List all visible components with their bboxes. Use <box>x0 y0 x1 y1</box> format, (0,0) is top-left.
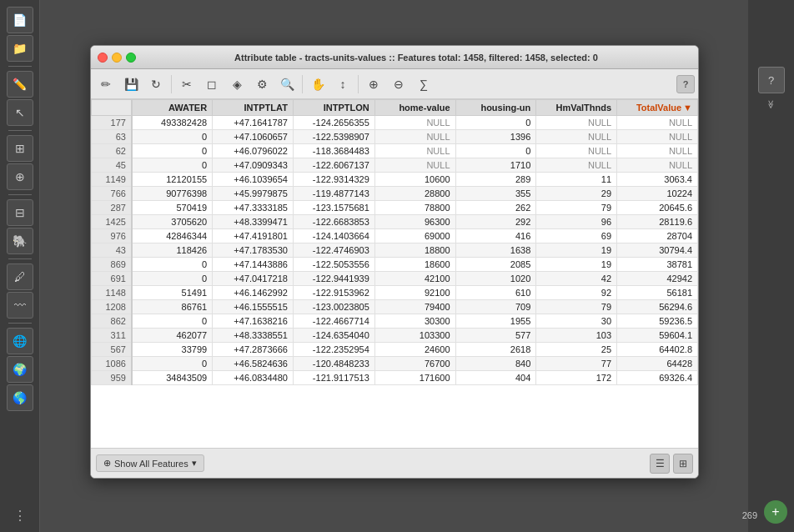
cell-intptlat: +47.1060657 <box>213 130 294 144</box>
cell-id: 311 <box>92 329 132 343</box>
select-all-button[interactable]: ◻ <box>200 73 224 96</box>
cell-hmvalthnds: 92 <box>536 286 617 300</box>
table-row: 766 90776398 +45.9979875 -119.4877143 28… <box>92 187 698 201</box>
col-header-id[interactable] <box>92 100 132 116</box>
table-view-button[interactable]: ☰ <box>650 454 670 474</box>
table-container[interactable]: AWATER INTPTLAT INTPTLON home-value hous… <box>91 99 698 448</box>
delete-field-button[interactable]: ⊖ <box>387 73 410 96</box>
cell-intptlon: -122.6067137 <box>293 158 374 173</box>
sidebar-btn-elephant[interactable]: 🐘 <box>7 228 33 254</box>
col-header-homevalue[interactable]: home-value <box>374 100 455 116</box>
col-header-hmvalthnds[interactable]: HmValThnds <box>536 100 617 116</box>
sidebar-btn-brush[interactable]: 🖊 <box>7 263 33 290</box>
sidebar-btn-file[interactable]: 📄 <box>7 7 33 33</box>
invert-selection-button[interactable]: ◈ <box>225 73 249 96</box>
cell-awater: 0 <box>132 158 213 173</box>
cell-intptlat: +46.0796022 <box>213 144 294 158</box>
cell-hmvalthnds: 77 <box>536 357 617 371</box>
cell-homevalue: 28800 <box>374 187 455 201</box>
sidebar-btn-grid[interactable]: ⊟ <box>7 199 33 226</box>
title-bar: Attribute table - tracts-units-values ::… <box>91 46 698 69</box>
toggle-editing-button[interactable]: ✏ <box>94 73 118 96</box>
sidebar-btn-edit[interactable]: ✏️ <box>7 71 33 98</box>
cell-housinguni: 289 <box>455 173 536 187</box>
col-header-intptlat[interactable]: INTPTLAT <box>213 100 294 116</box>
select-features-button[interactable]: ✂ <box>175 73 198 96</box>
toolbar-separator-1 <box>171 75 172 93</box>
page-count: 269 <box>742 510 757 520</box>
save-edits-button[interactable]: 💾 <box>119 73 143 96</box>
cell-hmvalthnds: NULL <box>536 130 617 144</box>
maximize-button[interactable] <box>126 53 136 63</box>
filter-button[interactable]: ⚙ <box>250 73 274 96</box>
sidebar-divider-1 <box>8 66 32 67</box>
table-row: 1149 12120155 +46.1039654 -122.9314329 1… <box>92 173 698 187</box>
cell-intptlon: -122.2352954 <box>293 343 374 357</box>
cell-intptlat: +47.0417218 <box>213 272 294 286</box>
sidebar-btn-globe3[interactable]: 🌎 <box>7 384 33 411</box>
table-row: 1086 0 +46.5824636 -120.4848233 76700 84… <box>92 357 698 371</box>
move-selection-button[interactable]: ↕ <box>331 73 354 96</box>
sidebar-btn-cursor[interactable]: ↖ <box>7 99 33 126</box>
table-row: 311 462077 +48.3338551 -124.6354040 1033… <box>92 329 698 343</box>
cell-intptlon: -122.9153962 <box>293 286 374 300</box>
sidebar-btn-add-layer[interactable]: ⊕ <box>7 163 33 190</box>
col-header-housinguni[interactable]: housing-un <box>455 100 536 116</box>
cell-intptlat: +47.1783530 <box>213 243 294 258</box>
cell-homevalue: 76700 <box>374 357 455 371</box>
cell-awater: 86761 <box>132 300 213 314</box>
cell-id: 287 <box>92 201 132 215</box>
pan-map-button[interactable]: ✋ <box>306 73 329 96</box>
cell-awater: 570419 <box>132 201 213 215</box>
cell-housinguni: 709 <box>455 300 536 314</box>
sidebar-btn-wave[interactable]: 〰 <box>7 292 33 319</box>
cell-housinguni: 0 <box>455 116 536 130</box>
cell-id: 862 <box>92 314 132 329</box>
grid-view-button[interactable]: ⊞ <box>673 454 693 474</box>
sidebar-btn-globe2[interactable]: 🌍 <box>7 356 33 383</box>
sidebar-btn-layers[interactable]: ⊞ <box>7 135 33 162</box>
right-panel-btn-1[interactable]: ? <box>758 67 785 93</box>
add-feature-button[interactable]: + <box>764 500 787 524</box>
cell-intptlat: +46.1039654 <box>213 173 294 187</box>
right-panel: ? ≫ <box>748 0 794 532</box>
cell-hmvalthnds: 25 <box>536 343 617 357</box>
window-title: Attribute table - tracts-units-values ::… <box>141 53 691 63</box>
table-row: 567 33799 +47.2873666 -122.2352954 24600… <box>92 343 698 357</box>
table-row: 869 0 +47.1443886 -122.5053556 18600 208… <box>92 258 698 272</box>
cell-id: 1149 <box>92 173 132 187</box>
toolbar-separator-3 <box>358 75 359 93</box>
help-button[interactable]: ? <box>676 75 695 93</box>
cell-homevalue: NULL <box>374 116 455 130</box>
cell-id: 63 <box>92 130 132 144</box>
sidebar-btn-globe1[interactable]: 🌐 <box>7 328 33 354</box>
minimize-button[interactable] <box>112 53 122 63</box>
col-header-awater[interactable]: AWATER <box>132 100 213 116</box>
close-button[interactable] <box>98 53 108 63</box>
sidebar-divider-2 <box>8 130 32 131</box>
cell-intptlat: +47.1443886 <box>213 258 294 272</box>
cell-id: 959 <box>92 371 132 385</box>
sidebar-btn-folder[interactable]: 📁 <box>7 35 33 62</box>
col-header-intptlon[interactable]: INTPTLON <box>293 100 374 116</box>
zoom-to-selection-button[interactable]: 🔍 <box>275 73 299 96</box>
cell-totalvalue: 64402.8 <box>617 343 698 357</box>
col-header-totalvalue[interactable]: TotalValue▼ <box>617 100 698 116</box>
show-all-label: Show All Features <box>114 459 188 469</box>
table-row: 45 0 +47.0909343 -122.6067137 NULL 1710 … <box>92 158 698 173</box>
cell-awater: 0 <box>132 314 213 329</box>
cell-awater: 0 <box>132 130 213 144</box>
cell-totalvalue: 3063.4 <box>617 173 698 187</box>
reload-button[interactable]: ↻ <box>144 73 168 96</box>
cell-totalvalue: 56294.6 <box>617 300 698 314</box>
table-row: 691 0 +47.0417218 -122.9441939 42100 102… <box>92 272 698 286</box>
open-field-calc-button[interactable]: ∑ <box>412 73 435 96</box>
new-field-button[interactable]: ⊕ <box>362 73 385 96</box>
cell-id: 766 <box>92 187 132 201</box>
cell-intptlon: -124.6354040 <box>293 329 374 343</box>
cell-id: 43 <box>92 243 132 258</box>
cell-id: 1086 <box>92 357 132 371</box>
cell-intptlon: -123.1575681 <box>293 201 374 215</box>
cell-totalvalue: NULL <box>617 130 698 144</box>
show-all-features-button[interactable]: ⊕ Show All Features ▾ <box>96 454 204 472</box>
